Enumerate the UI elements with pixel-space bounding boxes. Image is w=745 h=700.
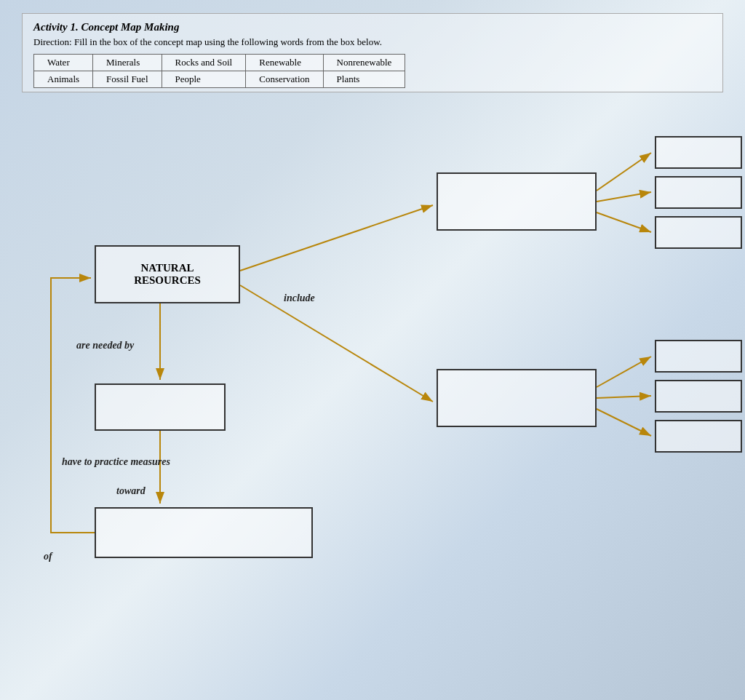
- label-have-to-practice: have to practice measures: [62, 456, 170, 468]
- word-conservation: Conservation: [246, 71, 323, 88]
- word-water: Water: [34, 55, 93, 71]
- natural-resources-label: NATURAL RESOURCES: [134, 262, 201, 287]
- svg-line-5: [597, 212, 651, 232]
- page: Activity 1. Concept Map Making Direction…: [0, 0, 745, 700]
- label-toward: toward: [116, 485, 146, 497]
- word-people: People: [162, 71, 246, 88]
- word-fossil-fuel: Fossil Fuel: [93, 71, 162, 88]
- box-renewable[interactable]: [437, 172, 597, 231]
- box-n2[interactable]: [655, 380, 742, 413]
- svg-line-1: [240, 205, 433, 271]
- svg-line-3: [597, 153, 651, 191]
- box-n3[interactable]: [655, 420, 742, 453]
- word-renewable: Renewable: [246, 55, 323, 71]
- word-bank-table: Water Minerals Rocks and Soil Renewable …: [33, 54, 405, 88]
- word-animals: Animals: [34, 71, 93, 88]
- svg-line-6: [597, 357, 651, 387]
- word-plants: Plants: [323, 71, 405, 88]
- word-nonrenewable: Nonrenewable: [323, 55, 405, 71]
- svg-line-2: [240, 285, 433, 402]
- activity-title: Activity 1. Concept Map Making: [33, 21, 712, 33]
- label-of: of: [44, 551, 52, 562]
- label-include: include: [284, 293, 315, 304]
- direction-text: Direction: Fill in the box of the concep…: [33, 36, 712, 48]
- word-rocks-soil: Rocks and Soil: [162, 55, 246, 71]
- svg-line-4: [597, 192, 651, 202]
- label-are-needed-by: are needed by: [76, 340, 134, 351]
- word-minerals: Minerals: [93, 55, 162, 71]
- box-nonrenewable[interactable]: [437, 369, 597, 427]
- box-people[interactable]: [95, 383, 226, 431]
- box-r2[interactable]: [655, 176, 742, 209]
- svg-line-7: [597, 396, 651, 398]
- header-area: Activity 1. Concept Map Making Direction…: [22, 13, 723, 92]
- box-natural-resources: NATURAL RESOURCES: [95, 245, 240, 303]
- svg-line-8: [597, 409, 651, 436]
- box-conservation[interactable]: [95, 507, 313, 558]
- concept-map: NATURAL RESOURCES include are needed by …: [22, 100, 735, 667]
- box-r3[interactable]: [655, 216, 742, 249]
- box-n1[interactable]: [655, 340, 742, 373]
- box-r1[interactable]: [655, 136, 742, 169]
